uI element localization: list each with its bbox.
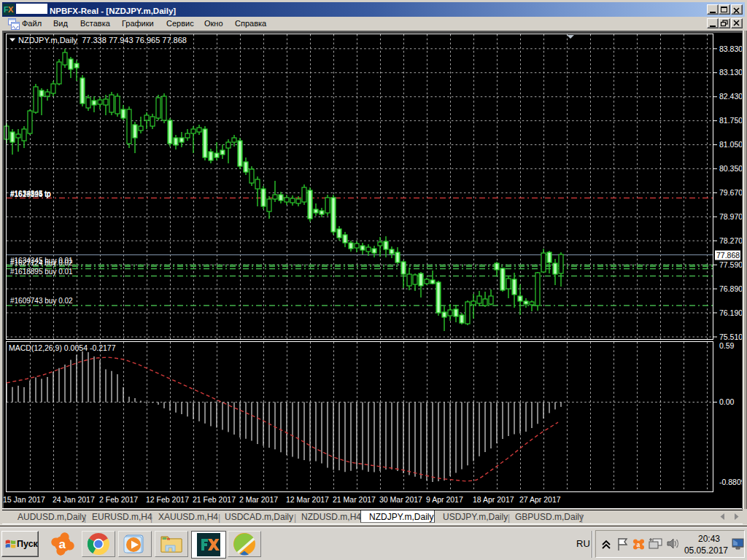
svg-text:30 Mar 2017: 30 Mar 2017 bbox=[379, 495, 422, 504]
svg-text:79.670: 79.670 bbox=[719, 188, 743, 197]
svg-text:77.868: 77.868 bbox=[716, 251, 740, 260]
svg-text:#1627124 buy 0.02: #1627124 buy 0.02 bbox=[10, 259, 73, 267]
svg-text:78.270: 78.270 bbox=[719, 236, 743, 245]
svg-text:#1618895 tp: #1618895 tp bbox=[10, 190, 51, 198]
svg-text:a: a bbox=[59, 537, 66, 551]
svg-text:27 Apr 2017: 27 Apr 2017 bbox=[519, 495, 561, 504]
svg-text:MACD(12,26,9) 0.0054 -0.2177: MACD(12,26,9) 0.0054 -0.2177 bbox=[9, 343, 116, 352]
svg-text:81.750: 81.750 bbox=[719, 116, 743, 125]
svg-text:2 Mar 2017: 2 Mar 2017 bbox=[239, 495, 278, 504]
svg-text:0.59: 0.59 bbox=[719, 341, 735, 350]
svg-text:9 Apr 2017: 9 Apr 2017 bbox=[426, 495, 463, 504]
svg-text:0.00: 0.00 bbox=[719, 397, 735, 406]
svg-text:12 Mar 2017: 12 Mar 2017 bbox=[286, 495, 329, 504]
svg-text:X: X bbox=[8, 5, 14, 14]
svg-text:#1618895 buy 0.01: #1618895 buy 0.01 bbox=[10, 268, 73, 276]
svg-text:81.050: 81.050 bbox=[719, 140, 743, 149]
svg-text:NZDJPY.m,Daily 77.338 77.943: NZDJPY.m,Daily 77.338 77.943 76.965 77.8… bbox=[18, 36, 187, 44]
svg-text:83.130: 83.130 bbox=[719, 68, 743, 77]
svg-text:83.830: 83.830 bbox=[719, 44, 743, 53]
svg-text:78.970: 78.970 bbox=[719, 212, 743, 221]
svg-text:21 Mar 2017: 21 Mar 2017 bbox=[333, 495, 376, 504]
svg-text:18 Apr 2017: 18 Apr 2017 bbox=[473, 495, 514, 504]
svg-text:75.510: 75.510 bbox=[719, 332, 743, 341]
svg-text:a: a bbox=[637, 541, 640, 548]
svg-text:76.190: 76.190 bbox=[719, 308, 743, 317]
svg-text:77.590: 77.590 bbox=[719, 260, 743, 269]
svg-text:21 Feb 2017: 21 Feb 2017 bbox=[193, 495, 236, 504]
svg-text:#1609743 buy 0.02: #1609743 buy 0.02 bbox=[10, 297, 73, 305]
svg-text:2 Feb 2017: 2 Feb 2017 bbox=[99, 495, 138, 504]
svg-text:82.430: 82.430 bbox=[719, 92, 743, 101]
svg-text:80.350: 80.350 bbox=[719, 164, 743, 173]
svg-text:12 Feb 2017: 12 Feb 2017 bbox=[146, 495, 189, 504]
svg-text:76.890: 76.890 bbox=[719, 284, 743, 293]
svg-text:15 Jan 2017: 15 Jan 2017 bbox=[3, 495, 45, 504]
svg-text:24 Jan 2017: 24 Jan 2017 bbox=[53, 495, 95, 504]
